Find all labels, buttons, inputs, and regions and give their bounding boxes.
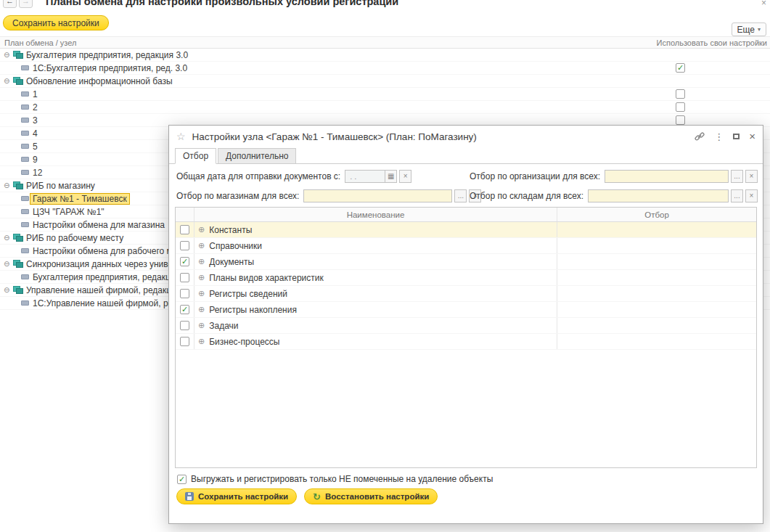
expand-icon[interactable]: ⊕ <box>198 257 205 266</box>
filter-cell[interactable] <box>557 254 756 269</box>
collapse-icon[interactable]: ⊖ <box>4 181 13 189</box>
metadata-row[interactable]: ⊕ Задачи <box>176 318 756 334</box>
metadata-row[interactable]: ✓ ⊕ Документы <box>176 254 756 270</box>
expand-icon[interactable]: ⊕ <box>198 305 205 314</box>
more-menu-icon[interactable]: ⋮ <box>714 131 724 142</box>
save-settings-button[interactable]: Сохранить настройки <box>3 15 109 30</box>
row-checkbox[interactable] <box>180 337 189 346</box>
collapse-icon[interactable]: ⊖ <box>4 260 13 268</box>
dialog-save-label: Сохранить настройки <box>198 492 288 501</box>
shop-filter-input[interactable] <box>303 189 452 202</box>
tree-row-label: 4 <box>33 128 38 139</box>
expand-icon[interactable]: ⊕ <box>198 337 205 346</box>
filter-cell[interactable] <box>557 334 756 349</box>
node-icon <box>21 222 29 227</box>
collapse-icon[interactable]: ⊖ <box>4 77 13 85</box>
exchange-plan-icon <box>13 51 23 59</box>
node-icon <box>21 105 29 110</box>
node-icon <box>21 144 29 149</box>
metadata-label: Регистры сведений <box>209 289 287 299</box>
tree-row[interactable]: ⊖ Бухгалтерия предприятия, редакция 3.0 <box>0 49 770 62</box>
filter-cell[interactable] <box>557 318 756 333</box>
org-filter-label: Отбор по организации для всех: <box>470 171 600 181</box>
shop-filter-label: Отбор по магазинам для всех: <box>176 191 299 201</box>
tree-row-label: 12 <box>33 168 42 178</box>
restore-window-icon[interactable] <box>733 134 740 139</box>
shop-choose-button[interactable]: ... <box>454 189 467 202</box>
page-title: Планы обмена для настройки произвольных … <box>46 0 398 7</box>
node-icon <box>21 248 29 253</box>
metadata-row[interactable]: ⊕ Регистры сведений <box>176 286 756 302</box>
tree-row[interactable]: ⊖ 1 <box>0 88 770 101</box>
filter-cell[interactable] <box>557 286 756 301</box>
row-checkbox[interactable] <box>180 321 189 330</box>
date-input[interactable]: . . <box>345 170 385 183</box>
expand-icon[interactable]: ⊕ <box>198 225 205 234</box>
filter-cell[interactable] <box>557 238 756 253</box>
collapse-icon[interactable]: ⊖ <box>4 286 13 294</box>
tree-row-label: 2 <box>33 102 38 112</box>
warehouse-filter-row: Отбор по складам для всех: ... × <box>470 189 758 202</box>
filter-cell[interactable] <box>557 302 756 317</box>
tab[interactable]: Дополнительно <box>218 148 296 164</box>
use-settings-checkbox[interactable] <box>676 89 685 99</box>
row-checkbox[interactable]: ✓ <box>180 257 189 266</box>
footer-checkbox[interactable]: ✓ <box>177 475 187 484</box>
dialog-buttons: Сохранить настройки ↻ Восстановить настр… <box>176 488 438 504</box>
exchange-plan-icon <box>13 286 23 294</box>
filter-cell[interactable] <box>557 270 756 285</box>
row-checkbox[interactable] <box>180 289 189 298</box>
metadata-row[interactable]: ✓ ⊕ Регистры накопления <box>176 302 756 318</box>
warehouse-clear-button[interactable]: × <box>745 189 758 202</box>
use-settings-checkbox[interactable] <box>676 115 685 125</box>
exchange-plan-icon <box>13 181 23 189</box>
exchange-plan-icon <box>13 234 23 242</box>
expand-icon[interactable]: ⊕ <box>198 289 205 298</box>
dialog-save-settings-button[interactable]: Сохранить настройки <box>176 488 297 504</box>
close-icon[interactable]: × <box>761 0 766 8</box>
metadata-row[interactable]: ⊕ Константы <box>176 222 756 238</box>
calendar-icon[interactable]: ▦ <box>385 170 397 183</box>
link-icon[interactable] <box>695 131 705 142</box>
org-clear-button[interactable]: × <box>745 170 758 183</box>
more-button[interactable]: Еще ▾ <box>732 22 766 36</box>
expand-icon[interactable]: ⊕ <box>198 241 205 250</box>
use-settings-checkbox[interactable] <box>676 102 685 112</box>
metadata-row[interactable]: ⊕ Справочники <box>176 238 756 254</box>
metadata-row[interactable]: ⊕ Планы видов характеристик <box>176 270 756 286</box>
row-checkbox[interactable] <box>180 273 189 282</box>
date-field-label: Общая дата для отправки документов с: <box>176 171 340 181</box>
use-settings-checkbox[interactable]: ✓ <box>676 63 685 73</box>
warehouse-filter-input[interactable] <box>588 189 729 202</box>
collapse-icon[interactable]: ⊖ <box>4 51 13 59</box>
tree-row[interactable]: ⊖ Обновление информационной базы <box>0 75 770 88</box>
back-button[interactable]: ← <box>3 0 17 8</box>
warehouse-choose-button[interactable]: ... <box>731 189 743 202</box>
tree-row[interactable]: ⊖ 1С:Бухгалтерия предприятия, ред. 3.0 ✓ <box>0 62 770 75</box>
favorite-star-icon[interactable]: ☆ <box>176 131 186 142</box>
restore-settings-button[interactable]: ↻ Восстановить настройки <box>304 488 438 504</box>
metadata-label: Справочники <box>209 241 262 251</box>
tree-row-label: ЦЗЧ "ГАРАЖ №1" <box>33 207 105 217</box>
org-filter-input[interactable] <box>605 170 729 183</box>
org-choose-button[interactable]: ... <box>731 170 743 183</box>
footer-checkbox-label: Выгружать и регистрировать только НЕ пом… <box>191 474 493 484</box>
forward-button[interactable]: → <box>19 0 33 8</box>
org-filter-row: Отбор по организации для всех: ... × <box>470 169 758 183</box>
node-icon <box>21 131 29 136</box>
expand-icon[interactable]: ⊕ <box>198 321 205 330</box>
tree-row[interactable]: ⊖ 2 <box>0 101 770 114</box>
collapse-icon[interactable]: ⊖ <box>4 234 13 242</box>
row-checkbox[interactable]: ✓ <box>180 305 189 314</box>
row-checkbox[interactable] <box>180 225 189 234</box>
row-checkbox[interactable] <box>180 241 189 250</box>
clear-date-button[interactable]: × <box>399 170 411 183</box>
expand-icon[interactable]: ⊕ <box>198 273 205 282</box>
close-icon[interactable]: × <box>749 131 755 142</box>
tab[interactable]: Отбор <box>175 148 216 164</box>
column-header-use-settings: Использовать свои настройки <box>657 38 767 47</box>
node-icon <box>21 65 29 70</box>
metadata-label: Константы <box>209 225 252 235</box>
filter-cell[interactable] <box>557 222 756 237</box>
metadata-row[interactable]: ⊕ Бизнес-процессы <box>176 334 756 350</box>
